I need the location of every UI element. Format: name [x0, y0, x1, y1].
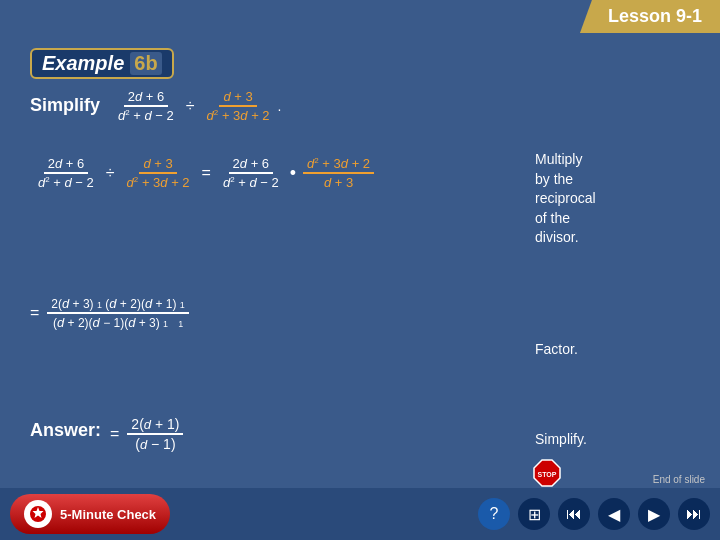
side-text-multiply: Multiplyby thereciprocalof thedivisor.	[535, 150, 705, 248]
stop-sign-icon: STOP	[532, 458, 562, 488]
fraction-6: d2 + 3d + 2 d + 3	[303, 155, 374, 191]
next-button[interactable]: ▶	[638, 498, 670, 530]
fraction-3: 2d + 6 d2 + d − 2	[34, 155, 98, 191]
lesson-label: Lesson 9-1	[580, 0, 720, 33]
help-button[interactable]: ?	[478, 498, 510, 530]
nav-icons: ? ⊞ ⏮ ◀ ▶ ⏭	[478, 498, 710, 530]
five-minute-check-button[interactable]: 5-Minute Check	[10, 494, 170, 534]
fraction-5: 2d + 6 d2 + d − 2	[219, 155, 283, 191]
fraction-4: d + 3 d2 + 3d + 2	[123, 155, 194, 191]
math-row-3: = 2(d + 3) 1 (d + 2)(d + 1) 1 (d + 2)(d …	[30, 295, 193, 331]
prev-prev-button[interactable]: ⏮	[558, 498, 590, 530]
fraction-2: d + 3 d2 + 3d + 2	[203, 88, 274, 124]
five-min-icon	[24, 500, 52, 528]
example-prefix: Example	[42, 52, 124, 75]
home-button[interactable]: ⊞	[518, 498, 550, 530]
simplify-label: Simplify	[30, 95, 100, 116]
math-row-1: 2d + 6 d2 + d − 2 ÷ d + 3 d2 + 3d + 2 .	[110, 88, 281, 124]
side-text-factor: Factor.	[535, 340, 705, 360]
next-next-button[interactable]: ⏭	[678, 498, 710, 530]
answer-label: Answer:	[30, 420, 101, 441]
fraction-factored: 2(d + 3) 1 (d + 2)(d + 1) 1 (d + 2)(d − …	[47, 295, 188, 331]
math-row-answer: = 2(d + 1) (d − 1)	[110, 415, 187, 453]
end-of-slide-text: End of slide	[653, 474, 705, 485]
svg-text:STOP: STOP	[538, 471, 557, 478]
five-minute-check-label: 5-Minute Check	[60, 507, 156, 522]
math-row-2: 2d + 6 d2 + d − 2 ÷ d + 3 d2 + 3d + 2 = …	[30, 155, 378, 191]
bottom-bar: 5-Minute Check ? ⊞ ⏮ ◀ ▶ ⏭	[0, 488, 720, 540]
prev-button[interactable]: ◀	[598, 498, 630, 530]
fraction-1: 2d + 6 d2 + d − 2	[114, 88, 178, 124]
example-badge: Example 6b	[30, 48, 174, 79]
side-text-simplify: Simplify.	[535, 430, 705, 450]
example-number: 6b	[130, 52, 161, 75]
fraction-answer: 2(d + 1) (d − 1)	[127, 415, 183, 453]
